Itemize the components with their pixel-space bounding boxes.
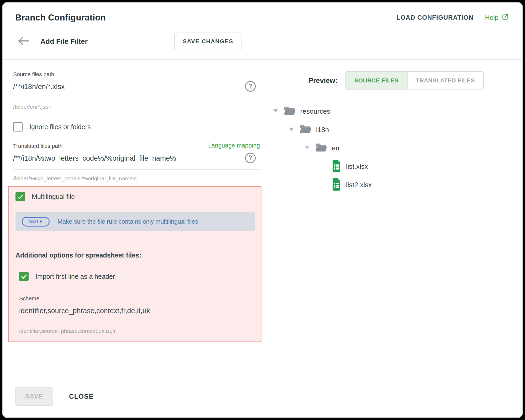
back-arrow-icon [17,36,29,47]
import-header-checkbox-label: Import first line as a header [35,273,115,280]
close-button[interactable]: CLOSE [69,393,94,400]
multilingual-checkbox[interactable] [15,192,25,201]
source-files-path-hint: /folder/en/*.json [13,104,260,110]
load-configuration-button[interactable]: LOAD CONFIGURATION [396,14,474,21]
file-tree: resources i18n [272,102,512,194]
content: Source files path /**/i18n/en/*.xlsx ? /… [3,60,522,379]
save-button[interactable]: SAVE [15,387,53,406]
app-header: Branch Configuration LOAD CONFIGURATION … [3,3,522,23]
source-files-path-field: Source files path /**/i18n/en/*.xlsx ? /… [13,71,260,110]
multilingual-checkbox-row[interactable]: Multilingual file [15,192,255,201]
multilingual-options-highlight: Multilingual file NOTE Make sure the fil… [8,186,261,342]
note-bar: NOTE Make sure the file rule contains on… [15,212,255,231]
save-changes-button[interactable]: SAVE CHANGES [174,33,242,50]
preview-panel: Preview: SOURCE FILES TRANSLATED FILES [260,71,512,379]
source-path-help-icon[interactable]: ? [245,81,256,93]
translated-files-path-label: Translated files path [13,143,62,149]
svg-text:?: ? [248,82,252,90]
source-files-path-input[interactable]: /**/i18n/en/*.xlsx ? [13,77,260,98]
scheme-field: Scheme identifier,source_phrase,context,… [19,295,255,334]
tree-row-i18n[interactable]: i18n [272,120,512,139]
chevron-down-icon[interactable] [304,146,310,151]
tree-row-en[interactable]: en [272,139,512,157]
scheme-value: identifier,source_phrase,context,fr,de,i… [19,307,150,315]
translated-files-path-value: /**/i18n/%two_letters_code%/%original_fi… [13,154,176,162]
tree-row-resources[interactable]: resources [272,102,512,120]
file-filter-form: Source files path /**/i18n/en/*.xlsx ? /… [13,71,260,379]
tree-row-list2-xlsx[interactable]: list2.xlsx [272,176,512,194]
source-files-path-label: Source files path [13,71,260,77]
back-button[interactable] [17,36,30,46]
import-header-checkbox[interactable] [19,272,29,281]
help-link-label: Help [485,14,498,22]
translated-label-row: Translated files path Language mapping [13,142,260,149]
spreadsheet-options-heading: Additional options for spreadsheet files… [15,251,255,259]
tree-node-label: list.xlsx [346,162,368,171]
preview-toggle-group: SOURCE FILES TRANSLATED FILES [345,71,484,90]
language-mapping-link[interactable]: Language mapping [208,142,260,149]
tree-row-list-xlsx[interactable]: list.xlsx [272,157,512,176]
ignore-files-checkbox-label: Ignore files or folders [29,123,91,131]
external-link-icon [502,13,509,22]
multilingual-checkbox-label: Multilingual file [32,193,75,201]
tab-source-files[interactable]: SOURCE FILES [346,72,407,90]
tree-node-label: en [332,144,339,152]
page-title: Branch Configuration [15,13,106,23]
note-text: Make sure the file rule contains only mu… [57,218,198,225]
folder-icon [315,143,327,154]
tab-translated-files[interactable]: TRANSLATED FILES [407,72,483,90]
import-header-checkbox-row[interactable]: Import first line as a header [19,272,255,281]
ignore-files-checkbox[interactable] [13,122,23,132]
translated-files-path-input[interactable]: /**/i18n/%two_letters_code%/%original_fi… [13,149,260,170]
translated-path-help-icon[interactable]: ? [245,152,256,165]
translated-files-path-hint: /folder/%two_letters_code%/%original_fil… [13,175,260,182]
preview-label: Preview: [308,77,338,85]
tree-node-label: list2.xlsx [346,181,372,189]
subheader-title: Add File Filter [40,38,88,46]
scheme-label: Scheme [19,295,255,302]
preview-header: Preview: SOURCE FILES TRANSLATED FILES [308,71,512,90]
branch-configuration-dialog: Branch Configuration LOAD CONFIGURATION … [2,2,523,418]
spreadsheet-file-icon [332,160,341,173]
header-actions: LOAD CONFIGURATION Help [396,13,509,22]
tree-node-label: i18n [316,126,329,134]
help-link[interactable]: Help [485,13,509,22]
chevron-down-icon[interactable] [273,109,279,114]
ignore-files-checkbox-row[interactable]: Ignore files or folders [13,122,260,132]
footer: SAVE CLOSE [3,379,522,417]
sub-header: Add File Filter SAVE CHANGES [3,23,522,59]
scheme-hint: identifier,source_phrase,context,uk,ru,f… [19,328,255,334]
translated-files-path-field: Translated files path Language mapping /… [13,142,260,182]
tree-node-label: resources [300,107,330,116]
scheme-input[interactable]: identifier,source_phrase,context,fr,de,i… [19,302,255,322]
spreadsheet-file-icon [332,178,341,192]
svg-text:?: ? [248,154,252,161]
source-files-path-value: /**/i18n/en/*.xlsx [13,83,65,91]
folder-icon [299,124,311,135]
folder-icon [283,106,296,117]
chevron-down-icon[interactable] [288,127,294,132]
note-badge: NOTE [22,217,50,227]
